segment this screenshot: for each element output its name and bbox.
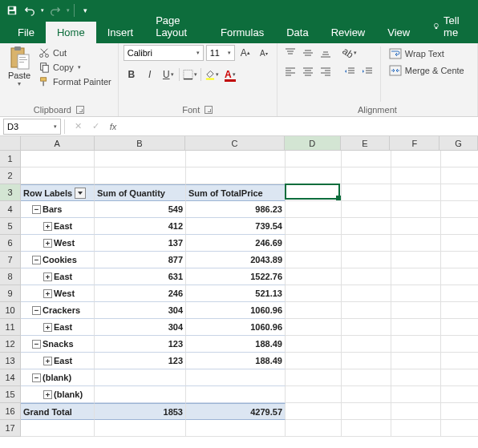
pivot-label[interactable]: −Cookies (21, 252, 95, 268)
cell-D5[interactable] (286, 218, 342, 235)
cell-G2[interactable] (441, 167, 478, 184)
cell-F16[interactable] (391, 403, 441, 420)
font-name-select[interactable]: Calibri▾ (124, 45, 204, 61)
pivot-price[interactable]: 2043.89 (186, 252, 286, 268)
row-header-5[interactable]: 5 (0, 218, 21, 235)
row-header-6[interactable]: 6 (0, 235, 21, 252)
row-header-2[interactable]: 2 (0, 167, 21, 184)
cell-F11[interactable] (391, 319, 441, 336)
pivot-qty[interactable]: 246 (95, 285, 186, 302)
font-dialog-launcher[interactable] (205, 106, 213, 114)
pivot-label[interactable]: −Snacks (21, 336, 95, 353)
row-header-10[interactable]: 10 (0, 302, 21, 319)
redo-dropdown[interactable]: ▾ (64, 2, 72, 19)
row-header-3[interactable]: 3 (0, 184, 21, 201)
align-left-button[interactable] (282, 63, 298, 79)
align-bottom-button[interactable] (318, 45, 334, 61)
tab-review[interactable]: Review (320, 22, 377, 43)
pivot-header-price[interactable]: Sum of TotalPrice (186, 184, 286, 201)
row-labels-filter[interactable] (75, 188, 86, 199)
cell-F2[interactable] (391, 167, 441, 184)
cell-D1[interactable] (286, 151, 342, 167)
align-center-button[interactable] (300, 63, 316, 79)
cell-D7[interactable] (286, 252, 342, 268)
row-header-8[interactable]: 8 (0, 268, 21, 285)
cell-A17[interactable] (21, 420, 95, 437)
formula-input[interactable] (126, 119, 478, 135)
column-header-G[interactable]: G (440, 136, 478, 151)
font-color-button[interactable]: A▾ (222, 67, 238, 83)
qat-customize[interactable]: ▾ (76, 2, 94, 19)
cell-E3[interactable] (342, 184, 391, 201)
cell-D17[interactable] (286, 420, 342, 437)
format-painter-button[interactable]: Format Painter (37, 75, 113, 88)
expand-button[interactable]: + (43, 272, 52, 281)
fill-color-button[interactable]: ▾ (204, 67, 220, 83)
pivot-price[interactable]: 1060.96 (186, 319, 286, 336)
cell-F12[interactable] (391, 336, 441, 353)
copy-button[interactable]: Copy▾ (37, 61, 113, 74)
pivot-price[interactable]: 1060.96 (186, 302, 286, 319)
cell-F1[interactable] (391, 151, 441, 167)
cell-E9[interactable] (342, 285, 391, 302)
border-button[interactable]: ▾ (182, 67, 198, 83)
italic-button[interactable]: I (142, 67, 158, 83)
cell-F5[interactable] (391, 218, 441, 235)
orientation-button[interactable]: ab▾ (342, 45, 358, 61)
pivot-label[interactable]: −Crackers (21, 302, 95, 319)
pivot-grandtotal-label[interactable]: Grand Total (21, 403, 95, 420)
pivot-price[interactable]: 986.23 (186, 201, 286, 218)
cell-E6[interactable] (342, 235, 391, 252)
row-header-1[interactable]: 1 (0, 151, 21, 167)
cell-D13[interactable] (286, 353, 342, 369)
cell-E12[interactable] (342, 336, 391, 353)
row-header-9[interactable]: 9 (0, 285, 21, 302)
cell-F15[interactable] (391, 386, 441, 403)
cell-F8[interactable] (391, 268, 441, 285)
cell-A1[interactable] (21, 151, 95, 167)
cell-G5[interactable] (441, 218, 478, 235)
cell-D10[interactable] (286, 302, 342, 319)
pivot-label[interactable]: +East (21, 268, 95, 285)
cut-button[interactable]: Cut (37, 46, 113, 59)
tab-home[interactable]: Home (46, 22, 96, 43)
align-right-button[interactable] (318, 63, 334, 79)
cell-F17[interactable] (391, 420, 441, 437)
pivot-label[interactable]: +West (21, 285, 95, 302)
pivot-qty[interactable]: 412 (95, 218, 186, 235)
expand-button[interactable]: + (43, 222, 52, 231)
pivot-label[interactable]: −(blank) (21, 369, 95, 386)
pivot-qty[interactable]: 137 (95, 235, 186, 252)
cell-E5[interactable] (342, 218, 391, 235)
enter-formula-button[interactable]: ✓ (87, 119, 103, 134)
pivot-qty[interactable] (95, 369, 186, 386)
row-header-16[interactable]: 16 (0, 403, 21, 420)
tab-file[interactable]: File (6, 22, 46, 43)
pivot-qty[interactable]: 877 (95, 252, 186, 268)
cell-G10[interactable] (441, 302, 478, 319)
select-all-corner[interactable] (0, 136, 21, 151)
row-header-15[interactable]: 15 (0, 386, 21, 403)
expand-button[interactable]: + (43, 239, 52, 248)
pivot-price[interactable]: 739.54 (186, 218, 286, 235)
pivot-price[interactable]: 188.49 (186, 336, 286, 353)
tab-view[interactable]: View (376, 22, 421, 43)
cell-G8[interactable] (441, 268, 478, 285)
cell-E11[interactable] (342, 319, 391, 336)
cell-E2[interactable] (342, 167, 391, 184)
cell-F13[interactable] (391, 353, 441, 369)
wrap-text-button[interactable]: Wrap Text (386, 46, 468, 61)
pivot-price[interactable] (186, 386, 286, 403)
cell-G1[interactable] (441, 151, 478, 167)
undo-dropdown[interactable]: ▾ (38, 2, 47, 19)
pivot-qty[interactable] (95, 386, 186, 403)
name-box[interactable]: D3▾ (3, 119, 61, 135)
pivot-qty[interactable]: 631 (95, 268, 186, 285)
pivot-qty[interactable]: 304 (95, 302, 186, 319)
cancel-formula-button[interactable]: ✕ (70, 119, 86, 134)
cell-E8[interactable] (342, 268, 391, 285)
collapse-button[interactable]: − (32, 205, 41, 214)
expand-button[interactable]: + (43, 357, 52, 365)
undo-button[interactable] (21, 2, 38, 19)
pivot-price[interactable]: 521.13 (186, 285, 286, 302)
